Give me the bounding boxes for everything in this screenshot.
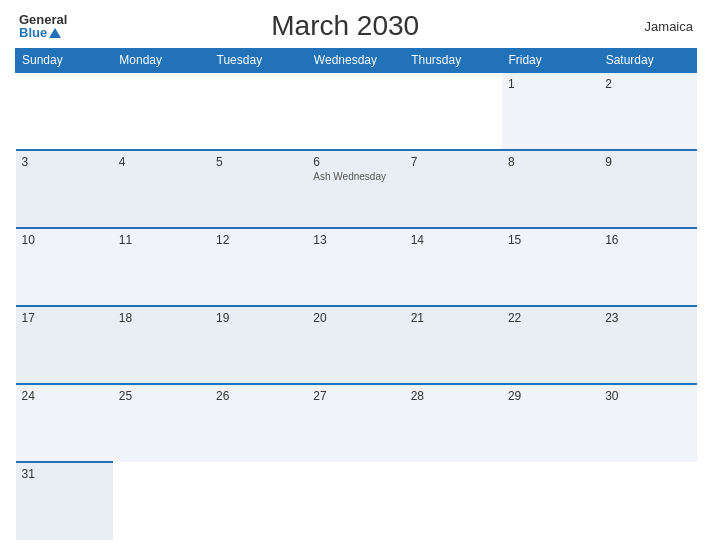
calendar-table: SundayMondayTuesdayWednesdayThursdayFrid… bbox=[15, 48, 697, 540]
calendar-cell: 26 bbox=[210, 384, 307, 462]
day-number: 3 bbox=[22, 155, 107, 169]
calendar-cell: 18 bbox=[113, 306, 210, 384]
calendar-cell: 6Ash Wednesday bbox=[307, 150, 404, 228]
calendar-cell: 11 bbox=[113, 228, 210, 306]
day-number: 13 bbox=[313, 233, 398, 247]
day-number: 7 bbox=[411, 155, 496, 169]
calendar-cell: 7 bbox=[405, 150, 502, 228]
calendar-week-row: 12 bbox=[16, 72, 697, 150]
day-header-sunday: Sunday bbox=[16, 49, 113, 73]
day-header-monday: Monday bbox=[113, 49, 210, 73]
calendar-cell bbox=[599, 462, 696, 540]
calendar-cell bbox=[502, 462, 599, 540]
calendar-week-row: 10111213141516 bbox=[16, 228, 697, 306]
day-number: 6 bbox=[313, 155, 398, 169]
day-header-thursday: Thursday bbox=[405, 49, 502, 73]
calendar-cell: 14 bbox=[405, 228, 502, 306]
day-number: 8 bbox=[508, 155, 593, 169]
calendar-cell bbox=[210, 462, 307, 540]
day-number: 12 bbox=[216, 233, 301, 247]
day-number: 11 bbox=[119, 233, 204, 247]
calendar-cell: 2 bbox=[599, 72, 696, 150]
day-number: 18 bbox=[119, 311, 204, 325]
calendar-cell bbox=[113, 462, 210, 540]
day-number: 5 bbox=[216, 155, 301, 169]
calendar-cell bbox=[307, 72, 404, 150]
calendar-cell: 30 bbox=[599, 384, 696, 462]
day-number: 21 bbox=[411, 311, 496, 325]
calendar-cell: 1 bbox=[502, 72, 599, 150]
day-header-friday: Friday bbox=[502, 49, 599, 73]
calendar-week-row: 3456Ash Wednesday789 bbox=[16, 150, 697, 228]
day-header-wednesday: Wednesday bbox=[307, 49, 404, 73]
day-number: 14 bbox=[411, 233, 496, 247]
calendar-cell: 24 bbox=[16, 384, 113, 462]
calendar-header-row: SundayMondayTuesdayWednesdayThursdayFrid… bbox=[16, 49, 697, 73]
month-title: March 2030 bbox=[67, 10, 623, 42]
day-number: 16 bbox=[605, 233, 690, 247]
day-number: 1 bbox=[508, 77, 593, 91]
calendar-cell: 21 bbox=[405, 306, 502, 384]
day-number: 30 bbox=[605, 389, 690, 403]
day-number: 4 bbox=[119, 155, 204, 169]
day-number: 27 bbox=[313, 389, 398, 403]
day-number: 9 bbox=[605, 155, 690, 169]
day-number: 25 bbox=[119, 389, 204, 403]
calendar-cell bbox=[210, 72, 307, 150]
country-label: Jamaica bbox=[623, 19, 693, 34]
day-number: 15 bbox=[508, 233, 593, 247]
day-number: 19 bbox=[216, 311, 301, 325]
calendar-cell: 8 bbox=[502, 150, 599, 228]
day-number: 20 bbox=[313, 311, 398, 325]
day-header-saturday: Saturday bbox=[599, 49, 696, 73]
day-header-tuesday: Tuesday bbox=[210, 49, 307, 73]
event-label: Ash Wednesday bbox=[313, 171, 398, 182]
calendar-cell: 20 bbox=[307, 306, 404, 384]
calendar-cell: 28 bbox=[405, 384, 502, 462]
day-number: 31 bbox=[22, 467, 107, 481]
logo-blue-text: Blue bbox=[19, 26, 67, 39]
calendar-week-row: 24252627282930 bbox=[16, 384, 697, 462]
calendar-cell: 9 bbox=[599, 150, 696, 228]
calendar-cell: 19 bbox=[210, 306, 307, 384]
day-number: 28 bbox=[411, 389, 496, 403]
calendar-cell: 3 bbox=[16, 150, 113, 228]
calendar-cell: 29 bbox=[502, 384, 599, 462]
calendar-cell: 4 bbox=[113, 150, 210, 228]
calendar-cell: 10 bbox=[16, 228, 113, 306]
day-number: 10 bbox=[22, 233, 107, 247]
calendar-cell: 22 bbox=[502, 306, 599, 384]
calendar-cell: 25 bbox=[113, 384, 210, 462]
calendar-cell bbox=[405, 462, 502, 540]
calendar-cell: 15 bbox=[502, 228, 599, 306]
logo-triangle-icon bbox=[49, 28, 61, 38]
day-number: 2 bbox=[605, 77, 690, 91]
calendar-cell: 13 bbox=[307, 228, 404, 306]
day-number: 26 bbox=[216, 389, 301, 403]
calendar-cell: 16 bbox=[599, 228, 696, 306]
calendar-header: General Blue March 2030 Jamaica bbox=[15, 10, 697, 42]
calendar-cell: 12 bbox=[210, 228, 307, 306]
day-number: 17 bbox=[22, 311, 107, 325]
day-number: 23 bbox=[605, 311, 690, 325]
calendar-cell bbox=[16, 72, 113, 150]
calendar-week-row: 31 bbox=[16, 462, 697, 540]
logo: General Blue bbox=[19, 13, 67, 39]
day-number: 24 bbox=[22, 389, 107, 403]
day-number: 29 bbox=[508, 389, 593, 403]
calendar-cell: 23 bbox=[599, 306, 696, 384]
day-number: 22 bbox=[508, 311, 593, 325]
calendar-cell bbox=[307, 462, 404, 540]
calendar-cell: 31 bbox=[16, 462, 113, 540]
calendar-cell bbox=[405, 72, 502, 150]
calendar-cell bbox=[113, 72, 210, 150]
calendar-cell: 27 bbox=[307, 384, 404, 462]
calendar-cell: 5 bbox=[210, 150, 307, 228]
calendar-week-row: 17181920212223 bbox=[16, 306, 697, 384]
calendar-cell: 17 bbox=[16, 306, 113, 384]
